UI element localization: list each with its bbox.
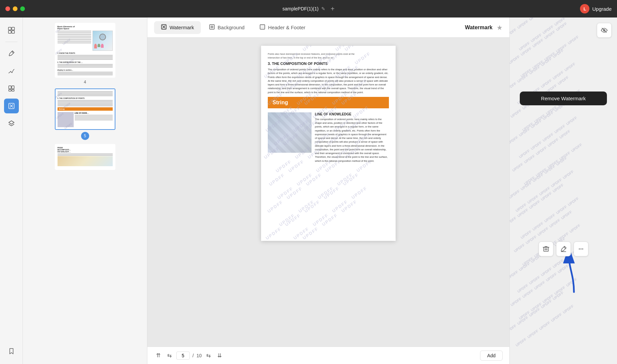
star-icon[interactable]: ★ — [497, 24, 503, 32]
tab-header-footer-label: Header & Footer — [268, 25, 305, 30]
sidebar-item-watermark[interactable] — [4, 99, 19, 113]
pdf-image — [268, 112, 312, 153]
pdf-two-col: LINE OF KNOWLEDGE The composition of ord… — [268, 112, 389, 166]
toolbar-right: Watermark ★ — [465, 24, 503, 32]
sidebar-divider-1 — [5, 42, 17, 42]
minimize-button[interactable] — [13, 6, 17, 11]
thumb-badge-5: 5 — [81, 132, 89, 140]
thumbnail-page-6[interactable]: PRISMDECOMPOSITI…ON SUNLIGHT… — [27, 144, 143, 170]
svg-rect-1 — [12, 27, 14, 30]
upgrade-button[interactable]: L Upgrade — [580, 4, 612, 13]
page-separator: / — [192, 353, 194, 358]
go-first-button[interactable]: ⇈ — [154, 351, 162, 360]
go-next-page-button[interactable]: ⇆ — [204, 351, 213, 360]
bottom-bar: ⇈ ⇆ / 10 ⇆ ⇊ Add — [147, 347, 509, 364]
background-tab-icon — [209, 24, 215, 31]
sidebar-item-layers[interactable] — [4, 116, 19, 131]
sidebar-item-annotate[interactable] — [4, 46, 19, 61]
right-panel-watermark-bg: UPDFF UPDFF UPDFF UPDFF UPDFF UPDFF UPDF… — [510, 17, 617, 364]
tab-header-footer[interactable]: Header & Footer — [253, 21, 312, 34]
svg-rect-3 — [12, 31, 14, 33]
sidebar-item-bookmark[interactable] — [4, 344, 19, 359]
tooltip-text: Remove Watermark — [541, 96, 586, 101]
more-options-button[interactable] — [574, 242, 588, 256]
thumbnail-page-4[interactable]: Basic Elements ofPlane Space — [27, 23, 143, 84]
svg-rect-7 — [12, 89, 14, 91]
pdf-orange-box: String — [268, 97, 389, 108]
tab-add-icon[interactable]: + — [331, 5, 335, 13]
action-buttons-row — [539, 242, 588, 256]
thumbnail-page-5[interactable]: 3. THE COMPOSITION OF POINTS String LINE… — [27, 88, 143, 140]
go-prev-page-button[interactable]: ⇆ — [165, 351, 174, 360]
svg-point-25 — [582, 249, 583, 250]
upgrade-label: Upgrade — [592, 6, 612, 12]
tab-watermark[interactable]: Watermark — [154, 21, 201, 34]
top-toolbar: Watermark Background — [147, 17, 509, 38]
thumb-frame-6: PRISMDECOMPOSITI…ON SUNLIGHT… — [55, 144, 115, 170]
sidebar-active-dot — [15, 105, 17, 107]
svg-rect-0 — [8, 27, 11, 30]
right-panel: UPDFF UPDFF UPDFF UPDFF UPDFF UPDFF UPDF… — [509, 17, 617, 364]
svg-rect-4 — [9, 86, 11, 89]
tab-title-text: samplePDF(1)(1) — [282, 6, 318, 11]
thumbnail-panel: Basic Elements ofPlane Space — [23, 17, 147, 364]
pdf-page: UPDFF UPDFF UPDFF UPDFF UPDFF UPDFF UPDF… — [261, 46, 396, 241]
tab-background[interactable]: Background — [202, 21, 251, 34]
tooltip-box: Remove Watermark — [520, 92, 607, 105]
content-area: Watermark Background — [147, 17, 509, 364]
title-bar: samplePDF(1)(1) ✎ + L Upgrade — [0, 0, 617, 17]
thumb-label-4: 4 — [84, 80, 86, 84]
add-button[interactable]: Add — [480, 351, 503, 361]
pdf-line-of-knowledge: LINE OF KNOWLEDGE — [315, 112, 389, 116]
page-total: 10 — [196, 353, 202, 358]
tab-title: samplePDF(1)(1) ✎ + — [282, 5, 334, 13]
pdf-section-3: 3. THE COMPOSITION OF POINTS — [268, 62, 389, 66]
header-footer-tab-icon — [259, 24, 265, 31]
sidebar-item-thumbnails[interactable] — [4, 23, 19, 38]
traffic-lights — [5, 6, 25, 11]
pdf-body-2: The composition of ordered points: here … — [315, 117, 389, 163]
sidebar-icons — [0, 17, 23, 364]
svg-point-23 — [579, 249, 580, 250]
thumb-frame-4: Basic Elements ofPlane Space — [55, 23, 115, 78]
tab-background-label: Background — [218, 25, 245, 30]
tab-watermark-label: Watermark — [170, 25, 194, 30]
tab-edit-icon[interactable]: ✎ — [321, 6, 325, 11]
eye-slash-button[interactable] — [597, 23, 612, 38]
pdf-content: Points also have dominant and recessive … — [261, 46, 396, 172]
avatar: L — [580, 4, 589, 13]
pdf-col-text: LINE OF KNOWLEDGE The composition of ord… — [315, 112, 389, 166]
close-button[interactable] — [5, 6, 10, 11]
svg-point-24 — [580, 249, 581, 250]
page-number-input[interactable] — [176, 352, 190, 360]
svg-rect-12 — [260, 25, 265, 29]
main-container: Basic Elements ofPlane Space — [0, 17, 617, 364]
svg-rect-2 — [8, 31, 11, 33]
pdf-viewer: UPDFF UPDFF UPDFF UPDFF UPDFF UPDFF UPDF… — [147, 38, 509, 347]
sidebar-item-sign[interactable] — [4, 64, 19, 78]
maximize-button[interactable] — [20, 6, 25, 11]
pdf-body-1: The composition of ordered points: here … — [268, 68, 389, 94]
svg-rect-5 — [12, 86, 14, 89]
delete-watermark-button[interactable] — [539, 242, 553, 256]
edit-watermark-button[interactable] — [556, 242, 571, 256]
go-last-button[interactable]: ⇊ — [215, 351, 224, 360]
watermark-tab-icon — [161, 24, 167, 31]
right-panel-title: Watermark — [465, 25, 493, 31]
sidebar-item-organize[interactable] — [4, 81, 19, 96]
thumb-frame-5: 3. THE COMPOSITION OF POINTS String LINE… — [55, 88, 115, 130]
svg-rect-6 — [9, 89, 11, 91]
svg-rect-11 — [211, 26, 213, 28]
